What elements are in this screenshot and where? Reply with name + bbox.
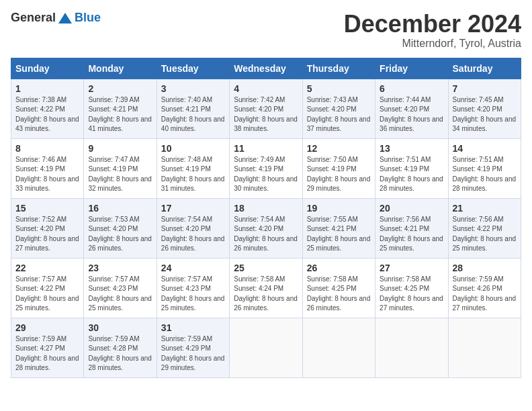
day-info: Sunrise: 7:56 AMSunset: 4:21 PMDaylight:…: [380, 216, 443, 253]
day-number: 8: [15, 143, 79, 154]
week-row-4: 22 Sunrise: 7:57 AMSunset: 4:22 PMDaylig…: [11, 258, 521, 318]
header-monday: Monday: [84, 58, 157, 79]
calendar-cell: 26 Sunrise: 7:58 AMSunset: 4:25 PMDaylig…: [302, 258, 375, 318]
week-row-2: 8 Sunrise: 7:46 AMSunset: 4:19 PMDayligh…: [11, 138, 521, 198]
week-row-1: 1 Sunrise: 7:38 AMSunset: 4:22 PMDayligh…: [11, 79, 521, 138]
day-info: Sunrise: 7:49 AMSunset: 4:19 PMDaylight:…: [234, 156, 298, 193]
day-number: 11: [234, 143, 298, 154]
calendar-cell: 23 Sunrise: 7:57 AMSunset: 4:23 PMDaylig…: [84, 258, 157, 318]
day-number: 19: [307, 203, 371, 214]
calendar-cell: [375, 318, 448, 377]
svg-marker-0: [58, 13, 72, 24]
day-number: 9: [88, 143, 152, 154]
day-info: Sunrise: 7:42 AMSunset: 4:20 PMDaylight:…: [234, 96, 298, 133]
day-info: Sunrise: 7:57 AMSunset: 4:23 PMDaylight:…: [88, 275, 152, 312]
day-number: 6: [380, 83, 443, 94]
day-info: Sunrise: 7:52 AMSunset: 4:20 PMDaylight:…: [15, 216, 79, 253]
calendar-cell: 21 Sunrise: 7:56 AMSunset: 4:22 PMDaylig…: [448, 198, 521, 258]
header-tuesday: Tuesday: [157, 58, 229, 79]
day-info: Sunrise: 7:51 AMSunset: 4:19 PMDaylight:…: [453, 156, 517, 193]
day-number: 21: [453, 203, 517, 214]
day-info: Sunrise: 7:38 AMSunset: 4:22 PMDaylight:…: [15, 96, 79, 133]
day-number: 28: [453, 263, 517, 273]
day-number: 29: [15, 322, 79, 333]
calendar-cell: 12 Sunrise: 7:50 AMSunset: 4:19 PMDaylig…: [302, 138, 375, 198]
header-thursday: Thursday: [302, 58, 375, 79]
calendar-cell: 19 Sunrise: 7:55 AMSunset: 4:21 PMDaylig…: [302, 198, 375, 258]
day-number: 2: [88, 83, 152, 94]
calendar-cell: 5 Sunrise: 7:43 AMSunset: 4:20 PMDayligh…: [302, 79, 375, 138]
calendar-cell: 3 Sunrise: 7:40 AMSunset: 4:21 PMDayligh…: [157, 79, 229, 138]
header-friday: Friday: [375, 58, 448, 79]
header-wednesday: Wednesday: [230, 58, 302, 79]
day-number: 13: [380, 143, 443, 154]
day-info: Sunrise: 7:50 AMSunset: 4:19 PMDaylight:…: [307, 156, 371, 193]
day-info: Sunrise: 7:58 AMSunset: 4:25 PMDaylight:…: [380, 275, 443, 312]
day-number: 7: [453, 83, 517, 94]
calendar-cell: 27 Sunrise: 7:58 AMSunset: 4:25 PMDaylig…: [375, 258, 448, 318]
week-row-5: 29 Sunrise: 7:59 AMSunset: 4:27 PMDaylig…: [11, 318, 521, 377]
day-info: Sunrise: 7:47 AMSunset: 4:19 PMDaylight:…: [88, 156, 152, 193]
day-number: 24: [161, 263, 225, 273]
day-info: Sunrise: 7:59 AMSunset: 4:27 PMDaylight:…: [15, 335, 79, 372]
day-number: 10: [161, 143, 225, 154]
day-number: 18: [234, 203, 298, 214]
calendar-cell: 16 Sunrise: 7:53 AMSunset: 4:20 PMDaylig…: [84, 198, 157, 258]
page-header: General Blue December 2024 Mitterndorf, …: [11, 11, 521, 50]
header-saturday: Saturday: [448, 58, 521, 79]
day-number: 31: [161, 322, 225, 333]
calendar-cell: 9 Sunrise: 7:47 AMSunset: 4:19 PMDayligh…: [84, 138, 157, 198]
calendar-cell: 14 Sunrise: 7:51 AMSunset: 4:19 PMDaylig…: [448, 138, 521, 198]
day-number: 4: [234, 83, 298, 94]
day-info: Sunrise: 7:48 AMSunset: 4:19 PMDaylight:…: [161, 156, 225, 193]
calendar-cell: 17 Sunrise: 7:54 AMSunset: 4:20 PMDaylig…: [157, 198, 229, 258]
day-info: Sunrise: 7:51 AMSunset: 4:19 PMDaylight:…: [380, 156, 443, 193]
calendar-cell: 1 Sunrise: 7:38 AMSunset: 4:22 PMDayligh…: [11, 79, 84, 138]
day-number: 5: [307, 83, 371, 94]
calendar-cell: 7 Sunrise: 7:45 AMSunset: 4:20 PMDayligh…: [448, 79, 521, 138]
calendar-cell: 28 Sunrise: 7:59 AMSunset: 4:26 PMDaylig…: [448, 258, 521, 318]
calendar-cell: 24 Sunrise: 7:57 AMSunset: 4:23 PMDaylig…: [157, 258, 229, 318]
logo-icon: [57, 11, 73, 25]
day-info: Sunrise: 7:57 AMSunset: 4:23 PMDaylight:…: [161, 275, 225, 312]
calendar-table: SundayMondayTuesdayWednesdayThursdayFrid…: [11, 58, 521, 378]
calendar-cell: [302, 318, 375, 377]
calendar-cell: 13 Sunrise: 7:51 AMSunset: 4:19 PMDaylig…: [375, 138, 448, 198]
calendar-cell: 11 Sunrise: 7:49 AMSunset: 4:19 PMDaylig…: [230, 138, 302, 198]
day-number: 22: [15, 263, 79, 273]
week-row-3: 15 Sunrise: 7:52 AMSunset: 4:20 PMDaylig…: [11, 198, 521, 258]
calendar-cell: 10 Sunrise: 7:48 AMSunset: 4:19 PMDaylig…: [157, 138, 229, 198]
day-number: 26: [307, 263, 371, 273]
day-number: 23: [88, 263, 152, 273]
day-info: Sunrise: 7:53 AMSunset: 4:20 PMDaylight:…: [88, 216, 152, 253]
calendar-cell: 2 Sunrise: 7:39 AMSunset: 4:21 PMDayligh…: [84, 79, 157, 138]
day-number: 15: [15, 203, 79, 214]
logo-blue: Blue: [75, 11, 101, 25]
calendar-cell: 18 Sunrise: 7:54 AMSunset: 4:20 PMDaylig…: [230, 198, 302, 258]
location-title: Mitterndorf, Tyrol, Austria: [344, 38, 521, 50]
day-info: Sunrise: 7:57 AMSunset: 4:22 PMDaylight:…: [15, 275, 79, 312]
calendar-cell: 22 Sunrise: 7:57 AMSunset: 4:22 PMDaylig…: [11, 258, 84, 318]
title-area: December 2024 Mitterndorf, Tyrol, Austri…: [344, 11, 521, 50]
month-title: December 2024: [344, 11, 521, 38]
day-info: Sunrise: 7:56 AMSunset: 4:22 PMDaylight:…: [453, 216, 517, 253]
day-info: Sunrise: 7:54 AMSunset: 4:20 PMDaylight:…: [161, 216, 225, 253]
day-number: 20: [380, 203, 443, 214]
logo: General Blue: [11, 11, 101, 25]
header-sunday: Sunday: [11, 58, 84, 79]
calendar-cell: 25 Sunrise: 7:58 AMSunset: 4:24 PMDaylig…: [230, 258, 302, 318]
calendar-header-row: SundayMondayTuesdayWednesdayThursdayFrid…: [11, 58, 521, 79]
day-info: Sunrise: 7:54 AMSunset: 4:20 PMDaylight:…: [234, 216, 298, 253]
day-info: Sunrise: 7:40 AMSunset: 4:21 PMDaylight:…: [161, 96, 225, 133]
day-number: 1: [15, 83, 79, 94]
day-info: Sunrise: 7:46 AMSunset: 4:19 PMDaylight:…: [15, 156, 79, 193]
calendar-cell: 31 Sunrise: 7:59 AMSunset: 4:29 PMDaylig…: [157, 318, 229, 377]
day-info: Sunrise: 7:43 AMSunset: 4:20 PMDaylight:…: [307, 96, 371, 133]
calendar-cell: 30 Sunrise: 7:59 AMSunset: 4:28 PMDaylig…: [84, 318, 157, 377]
calendar-cell: 15 Sunrise: 7:52 AMSunset: 4:20 PMDaylig…: [11, 198, 84, 258]
day-info: Sunrise: 7:44 AMSunset: 4:20 PMDaylight:…: [380, 96, 443, 133]
calendar-cell: [448, 318, 521, 377]
day-info: Sunrise: 7:55 AMSunset: 4:21 PMDaylight:…: [307, 216, 371, 253]
day-info: Sunrise: 7:59 AMSunset: 4:26 PMDaylight:…: [453, 275, 517, 312]
logo-general: General: [11, 11, 56, 25]
